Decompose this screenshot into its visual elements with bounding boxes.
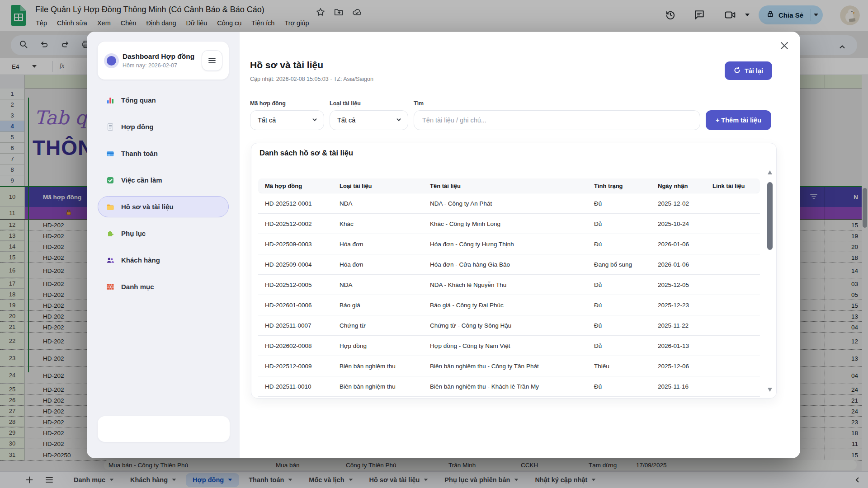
sidebar-item-label: Danh mục: [121, 283, 154, 291]
cell-type: Hợp đồng: [333, 343, 423, 349]
cell-date: 2025-12-05: [651, 282, 706, 288]
close-icon[interactable]: [778, 39, 791, 52]
cell-date: 2025-11-22: [651, 322, 706, 329]
scroll-up-icon[interactable]: [768, 170, 772, 174]
cell-type: Báo giá: [333, 302, 423, 309]
cell-type: Hóa đơn: [333, 241, 423, 248]
cell-code: HD-202511-0010: [258, 383, 333, 390]
cell-name: Biên bản nghiệm thu - Khách lẻ Trần My: [423, 383, 587, 390]
search-filter-label: Tìm: [414, 100, 700, 107]
folder-icon: [106, 203, 115, 211]
documents-dialog: Dashboard Hợp đồng Hôm nay: 2026-02-07 T…: [87, 32, 800, 458]
column-header: Mã hợp đồng: [258, 183, 333, 189]
sidebar-menu-button[interactable]: [202, 50, 222, 71]
doc-icon: [106, 123, 115, 131]
sidebar-item-label: Hợp đồng: [121, 123, 153, 131]
sidebar-item-khach-hang[interactable]: Khách hàng: [98, 249, 229, 271]
cell-name: Biên bản nghiệm thu - Công ty Tân Phát: [423, 363, 587, 370]
cell-code: HD-202509-0004: [258, 261, 333, 268]
bricks-icon: [106, 283, 115, 291]
cell-type: Khác: [333, 221, 423, 227]
reload-icon: [734, 67, 741, 75]
contract-filter-value: Tất cả: [258, 117, 276, 124]
add-document-button[interactable]: + Thêm tài liệu: [706, 110, 771, 130]
sidebar-nav: Tổng quanHợp đồngThanh toánViệc cần làmH…: [98, 89, 229, 297]
table-row[interactable]: HD-202509-0004Hóa đơnHóa đơn - Cửa hàng …: [258, 254, 760, 275]
sidebar-item-ho-so-va-tai-lieu[interactable]: Hồ sơ và tài liệu: [98, 196, 229, 217]
cell-name: Hóa đơn - Công ty Hưng Thịnh: [423, 241, 587, 248]
sidebar-footer-card: [98, 416, 230, 442]
table-row[interactable]: HD-202512-0002KhácKhác - Công ty Minh Lo…: [258, 214, 760, 234]
puzzle-icon: [106, 230, 115, 238]
cell-status: Đủ: [587, 322, 651, 329]
sidebar-item-phu-luc[interactable]: Phụ lục: [98, 223, 229, 244]
cell-date: 2026-01-13: [651, 343, 706, 349]
search-input[interactable]: [421, 116, 693, 124]
page-subtitle: Cập nhật: 2026-02-08 15:05:03 · TZ: Asia…: [250, 76, 373, 82]
cell-date: 2026-01-06: [651, 241, 706, 248]
doc-type-filter-select[interactable]: Tất cả: [330, 110, 408, 130]
screen: File Quản Lý Hợp Đồng Thông Minh (Có Cản…: [0, 0, 868, 488]
dashboard-title: Dashboard Hợp đồng: [123, 52, 202, 61]
chart-icon: [106, 96, 115, 104]
cell-code: HD-202512-0002: [258, 221, 333, 227]
table-scrollbar[interactable]: [767, 170, 774, 392]
cell-type: Chứng từ: [333, 322, 423, 329]
contract-filter-label: Mã hợp đồng: [250, 100, 324, 107]
documents-card: Danh sách hồ sơ & tài liệu Mã hợp đồngLo…: [251, 143, 777, 399]
contract-filter-select[interactable]: Tất cả: [250, 110, 324, 130]
doc-type-filter-value: Tất cả: [337, 117, 355, 124]
card-icon: [106, 150, 115, 158]
table-row[interactable]: HD-202511-0010Biên bản nghiệm thuBiên bả…: [258, 376, 760, 397]
cell-name: Hóa đơn - Cửa hàng Gia Bảo: [423, 261, 587, 268]
cell-status: Đủ: [587, 383, 651, 390]
cell-code: HD-202511-0007: [258, 322, 333, 329]
table-scrollbar-thumb[interactable]: [767, 182, 773, 250]
sidebar-item-label: Khách hàng: [121, 256, 160, 264]
sidebar-item-viec-can-lam[interactable]: Việc cần làm: [98, 169, 229, 191]
cell-code: HD-202509-0003: [258, 241, 333, 248]
table-header-row: Mã hợp đồngLoại tài liệuTên tài liệuTình…: [258, 178, 760, 193]
table-row[interactable]: HD-202601-0006Báo giáBáo giá - Công ty Đ…: [258, 295, 760, 315]
cell-status: Đủ: [587, 221, 651, 227]
table-row[interactable]: HD-202511-0007Chứng từChứng từ - Công ty…: [258, 315, 760, 336]
sidebar-item-label: Hồ sơ và tài liệu: [121, 203, 174, 211]
column-header: Ngày nhận: [651, 183, 706, 189]
table-row[interactable]: HD-202512-0005NDANDA - Khách lẻ Nguyễn T…: [258, 275, 760, 295]
table-row[interactable]: HD-202512-0001NDANDA - Công ty An PhátĐủ…: [258, 193, 760, 214]
cell-date: 2025-12-06: [651, 363, 706, 370]
table-row[interactable]: HD-202602-0008Hợp đồngHợp đồng - Công ty…: [258, 336, 760, 356]
check-icon: [106, 176, 115, 184]
cell-date: 2025-10-24: [651, 221, 706, 227]
cell-date: 2025-11-16: [651, 383, 706, 390]
column-header: Tình trạng: [587, 183, 651, 189]
chevron-down-icon: [396, 117, 401, 124]
cell-status: Thiếu: [587, 363, 651, 370]
cell-name: NDA - Khách lẻ Nguyễn Thu: [423, 282, 587, 288]
cell-name: Báo giá - Công ty Đại Phúc: [423, 302, 587, 309]
scroll-down-icon[interactable]: [768, 388, 772, 392]
cell-type: Biên bản nghiệm thu: [333, 383, 423, 390]
cell-status: Đủ: [587, 343, 651, 349]
cell-type: NDA: [333, 200, 423, 207]
dashboard-date: Hôm nay: 2026-02-07: [123, 62, 202, 69]
reload-label: Tải lại: [745, 67, 763, 75]
reload-button[interactable]: Tải lại: [725, 61, 772, 80]
cell-date: 2025-12-02: [651, 200, 706, 207]
cell-code: HD-202512-0009: [258, 363, 333, 370]
sidebar-item-danh-muc[interactable]: Danh mục: [98, 276, 229, 297]
sidebar-item-hop-dong[interactable]: Hợp đồng: [98, 116, 229, 137]
sidebar-item-label: Tổng quan: [121, 96, 156, 104]
sidebar-item-label: Phụ lục: [121, 230, 146, 237]
doc-type-filter-label: Loại tài liệu: [330, 100, 408, 107]
cell-status: Đủ: [587, 302, 651, 309]
column-header: Tên tài liệu: [423, 183, 587, 189]
table-row[interactable]: HD-202509-0003Hóa đơnHóa đơn - Công ty H…: [258, 234, 760, 254]
sidebar-item-label: Việc cần làm: [121, 176, 162, 184]
sidebar-item-tong-quan[interactable]: Tổng quan: [98, 89, 229, 111]
cell-code: HD-202512-0001: [258, 200, 333, 207]
sidebar-item-thanh-toan[interactable]: Thanh toán: [98, 143, 229, 164]
cell-type: Hóa đơn: [333, 261, 423, 268]
table-row[interactable]: HD-202512-0009Biên bản nghiệm thuBiên bả…: [258, 356, 760, 376]
cell-status: Đang bổ sung: [587, 261, 651, 268]
